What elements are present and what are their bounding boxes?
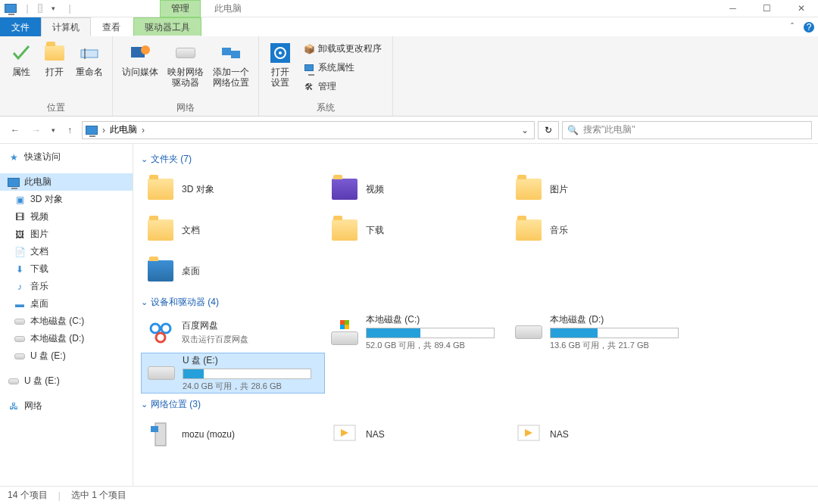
- sidebar-item-c-drive[interactable]: 本地磁盘 (C:): [0, 313, 133, 330]
- tile-label: 视频: [366, 183, 504, 196]
- pc-icon: [5, 2, 17, 14]
- tile-desktop[interactable]: 桌面: [141, 250, 325, 291]
- sidebar-item-music[interactable]: ♪音乐: [0, 278, 133, 295]
- tab-file[interactable]: 文件: [0, 17, 41, 36]
- group-header-network[interactable]: ⌄网络位置 (3): [141, 394, 810, 414]
- svg-text:?: ?: [807, 22, 812, 33]
- system-properties-button[interactable]: 系统属性: [300, 60, 385, 76]
- qat-sep2: [38, 4, 42, 13]
- tile-label: 音乐: [550, 224, 688, 237]
- folders-grid: 3D 对象 视频 图片 文档 下载 音乐 桌面: [141, 169, 810, 291]
- music-icon: [514, 215, 544, 245]
- tile-videos[interactable]: 视频: [325, 169, 509, 210]
- breadcrumb[interactable]: 此电脑: [110, 123, 137, 136]
- tile-mozu[interactable]: mozu (mozu): [141, 414, 325, 455]
- ribbon: 属性 打开 重命名 位置 访问媒体 映射网络 驱动器: [0, 36, 818, 117]
- picture-icon: [514, 174, 544, 204]
- sidebar-item-e-drive-root[interactable]: U 盘 (E:): [0, 372, 133, 390]
- media-device-icon: [514, 419, 544, 450]
- devices-grid: 百度网盘双击运行百度网盘 本地磁盘 (C:)52.0 GB 可用，共 89.4 …: [141, 312, 810, 394]
- search-placeholder: 搜索"此电脑": [583, 123, 635, 136]
- sidebar-item-3d-objects[interactable]: ▣3D 对象: [0, 191, 133, 208]
- manage-button[interactable]: 🛠管理: [300, 79, 385, 95]
- properties-button[interactable]: 属性: [5, 39, 38, 100]
- svg-rect-15: [345, 320, 349, 325]
- media-icon: [128, 41, 152, 65]
- minimize-button[interactable]: ─: [716, 0, 750, 17]
- rename-button[interactable]: 重命名: [71, 39, 108, 100]
- sidebar-item-label: 3D 对象: [30, 193, 63, 206]
- sidebar-item-label: 下载: [30, 263, 48, 275]
- sidebar-item-e-drive[interactable]: U 盘 (E:): [0, 347, 133, 365]
- sidebar-item-label: 快速访问: [24, 151, 61, 163]
- sidebar-item-videos[interactable]: 🎞视频: [0, 208, 133, 226]
- desktop-icon: [145, 256, 176, 286]
- back-button[interactable]: ←: [6, 121, 24, 139]
- tile-nas-2[interactable]: NAS: [509, 414, 693, 455]
- video-icon: [329, 174, 360, 204]
- tile-documents[interactable]: 文档: [141, 210, 325, 250]
- pc-small-icon: [303, 62, 315, 74]
- sidebar-item-pictures[interactable]: 🖼图片: [0, 226, 133, 243]
- group-header-folders[interactable]: ⌄文件夹 (7): [141, 148, 810, 169]
- svg-rect-19: [151, 426, 158, 432]
- sidebar-item-this-pc[interactable]: 此电脑: [0, 173, 133, 191]
- sidebar-item-network[interactable]: 🖧网络: [0, 397, 133, 415]
- qat-sep: |: [21, 2, 33, 14]
- add-network-button[interactable]: 添加一个 网络位置: [208, 39, 254, 100]
- forward-button[interactable]: →: [27, 121, 45, 139]
- close-button[interactable]: ✕: [784, 0, 818, 17]
- tile-c-drive[interactable]: 本地磁盘 (C:)52.0 GB 可用，共 89.4 GB: [325, 312, 509, 353]
- recent-dropdown[interactable]: ▾: [48, 121, 58, 139]
- sidebar-item-desktop[interactable]: ▬桌面: [0, 295, 133, 313]
- sidebar-item-label: U 盘 (E:): [30, 350, 66, 362]
- help-icon[interactable]: ?: [800, 17, 818, 36]
- access-media-button[interactable]: 访问媒体: [117, 39, 163, 100]
- content-area: ★快速访问 此电脑 ▣3D 对象 🎞视频 🖼图片 📄文档 ⬇下载 ♪音乐 ▬桌面…: [0, 144, 818, 486]
- uninstall-label: 卸载或更改程序: [318, 42, 382, 55]
- download-icon: [329, 215, 360, 245]
- tile-music[interactable]: 音乐: [509, 210, 693, 250]
- tab-computer[interactable]: 计算机: [41, 17, 91, 36]
- uninstall-button[interactable]: 📦卸载或更改程序: [300, 41, 385, 57]
- svg-rect-2: [81, 50, 98, 58]
- sidebar-item-d-drive[interactable]: 本地磁盘 (D:): [0, 330, 133, 347]
- tile-baidu[interactable]: 百度网盘双击运行百度网盘: [141, 312, 325, 353]
- server-icon: [145, 419, 176, 450]
- ribbon-collapse-icon[interactable]: ˆ: [785, 17, 800, 36]
- sidebar-item-quick-access[interactable]: ★快速访问: [0, 148, 133, 166]
- refresh-button[interactable]: ↻: [538, 121, 559, 139]
- group-header-devices[interactable]: ⌄设备和驱动器 (4): [141, 291, 810, 312]
- map-drive-label: 映射网络 驱动器: [167, 67, 204, 89]
- svg-rect-7: [231, 51, 240, 58]
- tile-3d-objects[interactable]: 3D 对象: [141, 169, 325, 210]
- open-settings-button[interactable]: 打开 设置: [264, 39, 297, 100]
- qat-dropdown-icon[interactable]: ▾: [47, 2, 59, 14]
- search-input[interactable]: 🔍 搜索"此电脑": [562, 121, 812, 139]
- open-button[interactable]: 打开: [38, 39, 71, 100]
- tile-d-drive[interactable]: 本地磁盘 (D:)13.6 GB 可用，共 21.7 GB: [509, 312, 693, 353]
- tile-nas-1[interactable]: NAS: [325, 414, 509, 455]
- tab-drive-tools[interactable]: 驱动器工具: [133, 17, 201, 36]
- address-bar[interactable]: › 此电脑 › ⌄: [82, 121, 535, 139]
- address-dropdown-icon[interactable]: ⌄: [519, 125, 531, 135]
- usage-bar: [183, 369, 311, 379]
- tile-pictures[interactable]: 图片: [509, 169, 693, 210]
- document-icon: 📄: [14, 246, 26, 258]
- sidebar-item-downloads[interactable]: ⬇下载: [0, 260, 133, 278]
- ribbon-group-location: 属性 打开 重命名 位置: [0, 36, 113, 116]
- maximize-button[interactable]: ☐: [750, 0, 784, 17]
- properties-label: 属性: [12, 67, 30, 77]
- tile-label: 文档: [182, 224, 320, 237]
- sidebar-item-documents[interactable]: 📄文档: [0, 243, 133, 260]
- tile-downloads[interactable]: 下载: [325, 210, 509, 250]
- ribbon-group-network: 访问媒体 映射网络 驱动器 添加一个 网络位置 网络: [113, 36, 259, 116]
- tile-e-drive[interactable]: U 盘 (E:)24.0 GB 可用，共 28.6 GB: [141, 353, 325, 394]
- up-button[interactable]: ↑: [61, 121, 79, 139]
- tab-view[interactable]: 查看: [91, 17, 132, 36]
- sidebar-item-label: 此电脑: [24, 176, 52, 188]
- map-drive-button[interactable]: 映射网络 驱动器: [163, 39, 208, 100]
- usage-bar: [366, 328, 495, 338]
- usb-icon: [14, 350, 26, 362]
- box-icon: 📦: [303, 43, 315, 55]
